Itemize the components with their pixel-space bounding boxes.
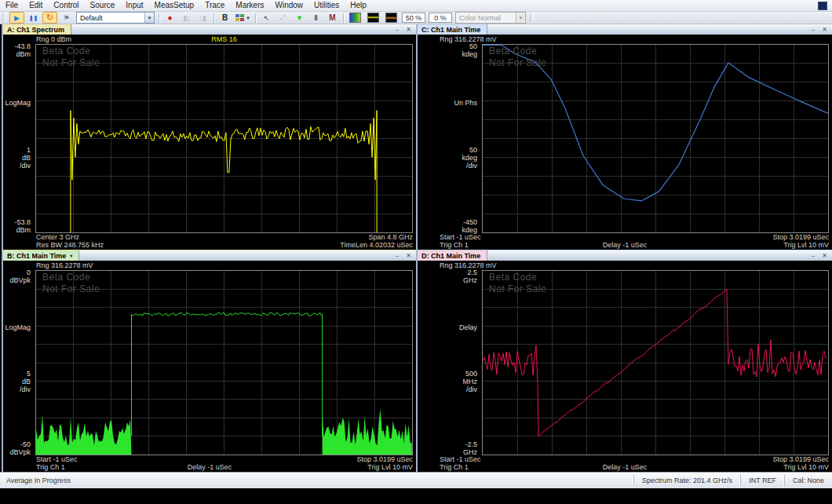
save-recording-button[interactable]: ◧ — [179, 12, 194, 24]
close-icon[interactable]: ✕ — [822, 252, 827, 259]
preset-value: Default — [77, 14, 144, 22]
x-start-label: Start -1 uSec — [440, 455, 481, 463]
scale-value: 500 — [463, 370, 478, 378]
record-button[interactable]: ● — [162, 12, 177, 24]
resbw-label: Res BW 248.755 kHz — [36, 241, 104, 249]
watermark-line: Not For Sale — [42, 283, 100, 295]
y-ref-unit: GHz — [463, 276, 477, 284]
plot-area: A: Ch1 Spectrum – ✕ Rng 0 dBm RMS 16 -43… — [0, 24, 832, 472]
close-icon[interactable]: ✕ — [822, 26, 827, 33]
panel-d-content: Rng 316.2278 mV 2.5GHz Delay 500MHz/div … — [418, 261, 832, 472]
layout-grid-icon — [235, 14, 244, 21]
trace-format-label: LogMag — [5, 99, 31, 107]
peak-marker-button[interactable]: ▼ — [292, 12, 307, 24]
watermark-line: Not For Sale — [489, 57, 546, 69]
spectrogram-display-icon — [367, 13, 379, 23]
measurement-b-button[interactable]: B — [217, 12, 232, 24]
menu-bar: File Edit Control Source Input MeasSetup… — [0, 0, 832, 12]
watermark: Beta Code Not For Sale — [489, 46, 546, 69]
run-button[interactable]: ▶ — [9, 12, 24, 24]
close-icon[interactable]: ✕ — [406, 252, 411, 259]
x-stop-label: Stop 3.0199 uSec — [356, 455, 413, 463]
trace-format-label: Delay — [459, 323, 477, 331]
overlap-percent-field[interactable]: 50 % — [402, 13, 425, 23]
trace-percent-field[interactable]: 0 % — [429, 13, 452, 23]
window-layout-button[interactable]: ▼ — [234, 12, 252, 24]
scale-value: 1 — [20, 146, 31, 154]
tab-dropdown-icon[interactable]: ▾ — [70, 253, 72, 258]
x-stop-label: Span 4.8 GHz — [368, 233, 413, 241]
minimize-icon[interactable]: – — [396, 26, 399, 33]
trace-d-frequency — [483, 271, 828, 455]
range-label: Rng 316.2278 mV — [36, 261, 93, 269]
menu-edit[interactable]: Edit — [24, 0, 48, 11]
panel-c-content: Rng 316.2278 mV 50kdeg Un Phs 50kdeg/div… — [418, 35, 832, 250]
menu-help[interactable]: Help — [345, 0, 372, 11]
chevron-down-icon[interactable]: ▼ — [144, 13, 154, 23]
spectrum-display-button[interactable] — [347, 12, 363, 24]
pause-button[interactable]: ❚❚ — [26, 12, 41, 24]
zoom-button[interactable]: ⤢ — [276, 12, 290, 24]
waterfall-display-button[interactable] — [383, 12, 400, 24]
preset-combobox[interactable]: Default ▼ — [76, 12, 155, 24]
marker-table-button[interactable]: M — [325, 12, 340, 24]
menu-trace[interactable]: Trace — [199, 0, 230, 11]
select-cursor-button[interactable]: ↖ — [259, 12, 274, 24]
y-ref-unit: dBVpk — [9, 276, 31, 284]
menu-source[interactable]: Source — [85, 0, 121, 11]
menu-markers[interactable]: Markers — [230, 0, 269, 11]
restart-button[interactable]: ↻ — [42, 12, 57, 24]
panel-b-tab-label: B: Ch1 Main Time — [7, 252, 66, 260]
minimize-icon[interactable]: – — [812, 26, 815, 33]
minimize-icon[interactable]: – — [812, 252, 815, 259]
minimize-icon[interactable]: – — [396, 252, 399, 259]
vsa-application-window: File Edit Control Source Input MeasSetup… — [0, 0, 832, 488]
scale-per-div: /div — [462, 162, 477, 170]
panel-d-tab-label: D: Ch1 Main Time — [421, 252, 480, 260]
spectrum-rate-status: Spectrum Rate: 201.4 GHz/s — [633, 475, 740, 486]
menu-file[interactable]: File — [0, 0, 24, 11]
plot-grid-a: Beta Code Not For Sale — [35, 44, 413, 233]
panel-b-tab[interactable]: B: Ch1 Main Time ▾ — [3, 250, 79, 261]
menu-meassetup[interactable]: MeasSetup — [149, 0, 200, 11]
panel-a-tab[interactable]: A: Ch1 Spectrum — [3, 24, 71, 35]
y-ref-unit: kdeg — [462, 50, 477, 58]
panel-a-footer: Center 3 GHz Span 4.8 GHz Res BW 248.755… — [3, 233, 416, 250]
delay-label: Delay -1 uSec — [418, 463, 832, 471]
toolbar-separator — [159, 13, 159, 23]
menu-utilities[interactable]: Utilities — [308, 0, 345, 11]
average-count-label: RMS 16 — [35, 35, 413, 43]
panel-b-content: Rng 316.2278 mV 0dBVpk LogMag 5dB/div -5… — [3, 261, 416, 472]
toolbar-separator — [255, 13, 256, 23]
recall-recording-button[interactable]: ◨ — [195, 12, 210, 24]
y-ref-value: 50 — [462, 42, 477, 50]
y-axis-labels: 50kdeg Un Phs 50kdeg/div -450kdeg — [418, 44, 479, 233]
panel-c-header: Rng 316.2278 mV — [418, 35, 832, 44]
toolbar: ▶ ❚❚ ↻ ⚑ Default ▼ ● ◧ ◨ B ▼ ↖ ⤢ ▼ ‖ M 5… — [0, 12, 832, 24]
app-badge-icon — [818, 2, 827, 10]
menu-control[interactable]: Control — [48, 0, 84, 11]
watermark: Beta Code Not For Sale — [42, 46, 100, 69]
panel-d-tab[interactable]: D: Ch1 Main Time — [418, 250, 487, 261]
status-message: Average In Progress — [0, 475, 633, 486]
spectrum-display-icon — [349, 13, 361, 23]
y-bottom-value: -450 — [462, 218, 477, 226]
panel-c-footer: Start -1 uSec Stop 3.0199 uSec Trig Ch 1… — [418, 233, 832, 250]
x-stop-label: Stop 3.0199 uSec — [772, 455, 829, 463]
menu-window[interactable]: Window — [269, 0, 308, 11]
scale-unit: dB — [20, 378, 31, 385]
watermark-line: Not For Sale — [42, 57, 100, 69]
delay-label: Delay -1 uSec — [3, 463, 416, 471]
spectrogram-display-button[interactable] — [365, 12, 381, 24]
close-icon[interactable]: ✕ — [406, 26, 411, 33]
scale-value: 50 — [462, 146, 477, 154]
panel-c-tab[interactable]: C: Ch1 Main Time — [418, 24, 487, 35]
menu-input[interactable]: Input — [120, 0, 148, 11]
panel-c-tab-label: C: Ch1 Main Time — [421, 26, 480, 34]
band-marker-button[interactable]: ‖ — [308, 12, 323, 24]
panel-d-header: Rng 316.2278 mV — [418, 261, 832, 270]
chevron-down-icon[interactable]: ▼ — [516, 13, 525, 23]
reference-status: INT REF — [740, 475, 784, 486]
color-mode-combobox[interactable]: Color Normal ▼ — [455, 12, 526, 24]
trigger-flag-button[interactable]: ⚑ — [59, 12, 74, 24]
